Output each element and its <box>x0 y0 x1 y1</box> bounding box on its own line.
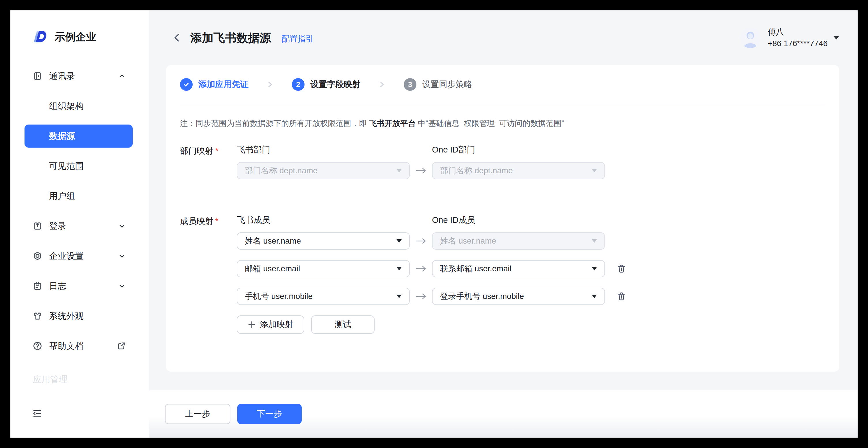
oneid-dept-header: One ID部门 <box>432 144 475 156</box>
member-mapping-row: 姓名 user.name 姓名 user.name <box>237 232 626 250</box>
sidebar-item-label: 数据源 <box>49 130 75 142</box>
delete-row-icon[interactable] <box>617 291 626 301</box>
user-menu[interactable]: 傅八 +86 176****7746 <box>740 27 839 49</box>
sidebar-item-help-docs[interactable]: 帮助文档 <box>10 331 149 361</box>
app-window: 示例企业 通讯录 组织架构 数据源 可见范围 <box>10 10 858 438</box>
dept-mapping-fields: 飞书部门 One ID部门 部门名称 dept.name 部门名称 dept.n… <box>237 144 605 190</box>
chevron-down-icon <box>118 252 126 260</box>
required-mark: * <box>215 217 218 226</box>
sidebar-section-app-management: 应用管理 <box>10 374 149 385</box>
note-text: 注：同步范围为当前数据源下的所有开放权限范围，即 <box>180 119 369 128</box>
contacts-book-icon <box>33 71 42 81</box>
config-guide-link[interactable]: 配置指引 <box>281 33 314 44</box>
caret-down-icon <box>592 239 597 243</box>
user-info: 傅八 +86 176****7746 <box>768 27 828 49</box>
log-calendar-icon <box>33 281 42 291</box>
step-sync-policy: 3 设置同步策略 <box>404 78 472 91</box>
caret-down-icon <box>397 267 402 270</box>
caret-down-icon <box>397 169 402 172</box>
arrow-right-icon <box>410 167 432 174</box>
chevron-right-icon <box>379 80 385 89</box>
section-label-text: 部门映射 <box>180 146 213 155</box>
feishu-member-select[interactable]: 手机号 user.mobile <box>237 288 410 305</box>
sidebar-item-label: 可见范围 <box>49 160 84 172</box>
sidebar: 示例企业 通讯录 组织架构 数据源 可见范围 <box>10 10 149 438</box>
settings-nut-icon <box>33 251 42 261</box>
sidebar-item-enterprise-settings[interactable]: 企业设置 <box>10 241 149 271</box>
sidebar-item-login[interactable]: 登录 <box>10 211 149 241</box>
member-mapping-label: 成员映射* <box>180 215 237 334</box>
sidebar-item-label: 用户组 <box>49 190 75 202</box>
screenshot-frame: 示例企业 通讯录 组织架构 数据源 可见范围 <box>0 0 868 448</box>
oneid-member-select[interactable]: 联系邮箱 user.email <box>432 260 605 277</box>
dept-mapping-label: 部门映射* <box>180 144 237 190</box>
sync-scope-note: 注：同步范围为当前数据源下的所有开放权限范围，即 飞书开放平台 中“基础信息–权… <box>180 118 825 129</box>
sidebar-item-label: 系统外观 <box>49 310 84 322</box>
user-name: 傅八 <box>768 27 828 37</box>
next-step-button[interactable]: 下一步 <box>237 404 302 424</box>
sidebar-item-logs[interactable]: 日志 <box>10 271 149 301</box>
caret-down-icon <box>592 267 597 270</box>
arrow-right-icon <box>410 265 432 273</box>
oneid-member-select: 姓名 user.name <box>432 232 605 250</box>
plus-icon <box>248 321 256 329</box>
sidebar-item-label: 登录 <box>49 220 66 232</box>
step-number: 2 <box>292 78 305 91</box>
previous-step-button[interactable]: 上一步 <box>165 404 230 424</box>
sidebar-item-system-appearance[interactable]: 系统外观 <box>10 301 149 331</box>
select-value: 邮箱 user.email <box>245 263 300 274</box>
select-value: 姓名 user.name <box>440 235 496 247</box>
step-indicator: 添加应用凭证 2 设置字段映射 3 设置同步策略 <box>180 65 825 104</box>
add-mapping-label: 添加映射 <box>260 319 293 330</box>
add-mapping-button[interactable]: 添加映射 <box>237 315 304 334</box>
back-icon[interactable] <box>172 33 182 43</box>
test-button[interactable]: 测试 <box>311 315 375 334</box>
member-mapping-section: 成员映射* 飞书成员 One ID成员 姓名 user.name <box>180 215 825 334</box>
step-number: 3 <box>404 78 416 91</box>
feishu-member-select[interactable]: 姓名 user.name <box>237 232 410 250</box>
arrow-right-icon <box>410 237 432 245</box>
delete-row-icon[interactable] <box>617 264 626 274</box>
select-value: 登录手机号 user.mobile <box>440 291 524 302</box>
wizard-card: 添加应用凭证 2 设置字段映射 3 设置同步策略 注：同步范围为当前数据源下的所… <box>166 65 839 372</box>
member-mapping-fields: 飞书成员 One ID成员 姓名 user.name 姓名 user.name <box>237 215 626 334</box>
step-add-credentials: 添加应用凭证 <box>180 78 249 91</box>
footer-action-bar: 上一步 下一步 <box>149 390 858 438</box>
step-label: 设置同步策略 <box>422 79 472 90</box>
sidebar-item-contacts[interactable]: 通讯录 <box>10 61 149 91</box>
note-highlight: 飞书开放平台 <box>369 119 416 128</box>
oneid-member-header: One ID成员 <box>432 215 475 226</box>
user-phone: +86 176****7746 <box>768 38 828 49</box>
feishu-dept-select: 部门名称 dept.name <box>237 162 410 179</box>
sidebar-item-label: 企业设置 <box>49 250 84 262</box>
dept-mapping-row: 部门名称 dept.name 部门名称 dept.name <box>237 162 605 179</box>
caret-down-icon <box>397 295 402 298</box>
select-value: 部门名称 dept.name <box>440 165 513 176</box>
member-mapping-row: 手机号 user.mobile 登录手机号 user.mobile <box>237 288 626 305</box>
sidebar-item-visible-scope[interactable]: 可见范围 <box>10 151 149 181</box>
required-mark: * <box>215 146 218 155</box>
member-column-headers: 飞书成员 One ID成员 <box>237 215 626 226</box>
collapse-sidebar-icon[interactable] <box>32 409 42 419</box>
sidebar-item-org-structure[interactable]: 组织架构 <box>10 91 149 121</box>
caret-down-icon <box>397 239 402 243</box>
section-label-text: 成员映射 <box>180 217 213 226</box>
feishu-member-header: 飞书成员 <box>237 215 432 226</box>
caret-down-icon <box>592 169 597 172</box>
oneid-member-select[interactable]: 登录手机号 user.mobile <box>432 288 605 305</box>
arrow-right-icon <box>410 293 432 300</box>
sidebar-item-user-groups[interactable]: 用户组 <box>10 181 149 211</box>
step-check-icon <box>180 78 193 91</box>
feishu-member-select[interactable]: 邮箱 user.email <box>237 260 410 277</box>
sidebar-item-label: 日志 <box>49 280 66 292</box>
note-text: 中“基础信息–权限管理–可访问的数据范围” <box>416 119 564 128</box>
sidebar-item-data-source[interactable]: 数据源 <box>25 125 133 148</box>
member-mapping-row: 邮箱 user.email 联系邮箱 user.email <box>237 260 626 277</box>
step-label: 设置字段映射 <box>310 79 361 90</box>
sidebar-item-label: 通讯录 <box>49 70 75 82</box>
chevron-down-icon <box>833 36 839 39</box>
page-title: 添加飞书数据源 <box>190 30 271 46</box>
feishu-dept-header: 飞书部门 <box>237 144 432 156</box>
dept-column-headers: 飞书部门 One ID部门 <box>237 144 605 156</box>
select-value: 联系邮箱 user.email <box>440 263 511 274</box>
